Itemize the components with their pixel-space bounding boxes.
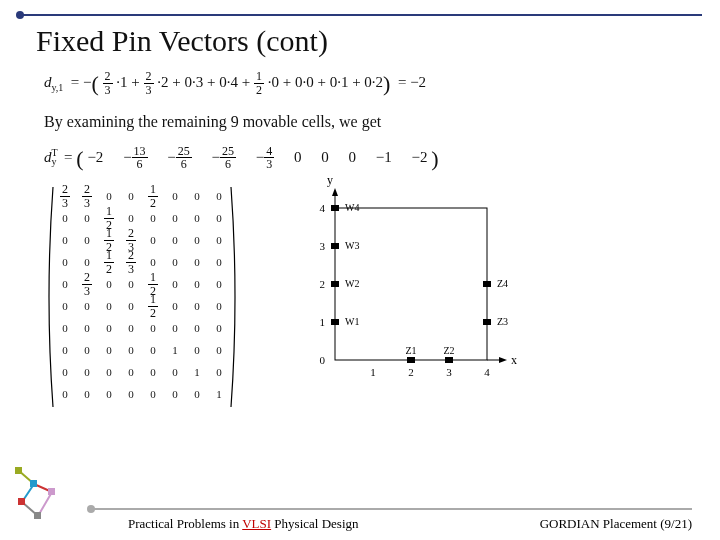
matrix-cell: 0 — [62, 322, 68, 334]
svg-rect-38 — [30, 480, 37, 487]
page-title: Fixed Pin Vectors (cont) — [36, 24, 328, 58]
svg-text:3: 3 — [320, 240, 326, 252]
svg-rect-18 — [331, 243, 339, 249]
svg-rect-28 — [483, 281, 491, 287]
svg-text:4: 4 — [320, 202, 326, 214]
matrix-cell: 0 — [106, 322, 112, 334]
svg-rect-30 — [483, 319, 491, 325]
matrix-cell: 0 — [128, 344, 134, 356]
svg-text:2: 2 — [408, 366, 414, 378]
matrix-cell: 0 — [172, 212, 178, 224]
matrix-cell: 0 — [106, 344, 112, 356]
matrix-cell: 0 — [62, 344, 68, 356]
footer-right: GORDIAN Placement (9/21) — [540, 516, 692, 532]
svg-text:y: y — [327, 173, 333, 187]
footer-rule — [90, 508, 692, 510]
matrix-cell: 0 — [106, 388, 112, 400]
slide-body: dy,1 = −( 23 ·1 + 23 ·2 + 0·3 + 0·4 + 12… — [44, 70, 688, 409]
matrix-cell: 0 — [128, 278, 134, 290]
matrix-cell: 0 — [62, 278, 68, 290]
matrix-cell: 0 — [194, 256, 200, 268]
matrix-cell: 0 — [172, 388, 178, 400]
matrix-cell: 0 — [84, 300, 90, 312]
matrix-cell: 0 — [194, 322, 200, 334]
matrix-cell: 1 — [194, 366, 200, 378]
matrix-cell: 0 — [106, 300, 112, 312]
svg-rect-24 — [407, 357, 415, 363]
header-rule — [18, 14, 702, 16]
svg-text:1: 1 — [320, 316, 326, 328]
matrix-cell: 0 — [106, 278, 112, 290]
matrix-cell: 23 — [60, 183, 70, 209]
matrix-cell: 0 — [216, 300, 222, 312]
svg-text:x: x — [511, 353, 517, 367]
matrix-cell: 1 — [216, 388, 222, 400]
matrix-cell: 0 — [194, 278, 200, 290]
svg-text:W4: W4 — [345, 202, 359, 213]
matrix-cell: 0 — [128, 190, 134, 202]
matrix-cell: 12 — [104, 249, 114, 275]
matrix-cell: 0 — [172, 322, 178, 334]
matrix-cell: 0 — [84, 344, 90, 356]
matrix-cell: 0 — [216, 322, 222, 334]
svg-text:Z1: Z1 — [405, 345, 416, 356]
header-dot — [16, 11, 24, 19]
svg-rect-26 — [445, 357, 453, 363]
coefficient-matrix: 2323001200000120000000122300000012230000… — [44, 185, 240, 409]
matrix-cell: 0 — [84, 234, 90, 246]
matrix-cell: 0 — [62, 234, 68, 246]
matrix-cell: 0 — [194, 190, 200, 202]
explain-text: By examining the remaining 9 movable cel… — [44, 113, 688, 131]
svg-text:W3: W3 — [345, 240, 359, 251]
matrix-cell: 0 — [150, 344, 156, 356]
svg-text:3: 3 — [446, 366, 452, 378]
matrix-cell: 0 — [62, 212, 68, 224]
matrix-cell: 12 — [148, 293, 158, 319]
matrix-cell: 0 — [62, 388, 68, 400]
matrix-cell: 23 — [82, 183, 92, 209]
svg-text:W1: W1 — [345, 316, 359, 327]
matrix-cell: 0 — [150, 366, 156, 378]
matrix-cell: 0 — [84, 322, 90, 334]
matrix-cell: 0 — [216, 234, 222, 246]
matrix-cell: 12 — [148, 183, 158, 209]
matrix-cell: 0 — [84, 366, 90, 378]
svg-text:Z3: Z3 — [497, 316, 508, 327]
matrix-cell: 0 — [128, 388, 134, 400]
svg-rect-41 — [34, 512, 41, 519]
svg-text:W2: W2 — [345, 278, 359, 289]
svg-text:2: 2 — [320, 278, 326, 290]
matrix-cell: 23 — [126, 249, 136, 275]
svg-text:4: 4 — [484, 366, 490, 378]
equation-dy1: dy,1 = −( 23 ·1 + 23 ·2 + 0·3 + 0·4 + 12… — [44, 70, 688, 97]
matrix-cell: 0 — [194, 388, 200, 400]
svg-rect-40 — [48, 488, 55, 495]
matrix-cell: 0 — [84, 388, 90, 400]
svg-marker-2 — [332, 188, 338, 196]
matrix-cell: 0 — [150, 322, 156, 334]
svg-text:Z2: Z2 — [443, 345, 454, 356]
equation-dyT: dTy = ( −2 −136 −256 −256 −43 0 0 0 −1 −… — [44, 145, 688, 172]
matrix-cell: 0 — [172, 300, 178, 312]
matrix-cell: 0 — [62, 256, 68, 268]
matrix-cell: 0 — [194, 344, 200, 356]
footer-left: Practical Problems in VLSI Physical Desi… — [128, 516, 359, 532]
matrix-cell: 0 — [194, 234, 200, 246]
matrix-cell: 0 — [216, 366, 222, 378]
matrix-cell: 0 — [172, 234, 178, 246]
matrix-cell: 0 — [172, 256, 178, 268]
svg-rect-37 — [15, 467, 22, 474]
matrix-cell: 0 — [172, 278, 178, 290]
matrix-cell: 0 — [62, 300, 68, 312]
matrix-cell: 0 — [150, 212, 156, 224]
matrix-cell: 0 — [128, 366, 134, 378]
svg-text:1: 1 — [370, 366, 376, 378]
matrix-cell: 0 — [216, 256, 222, 268]
matrix-cell: 23 — [82, 271, 92, 297]
matrix-cell: 0 — [106, 190, 112, 202]
pin-diagram: yx123401234W4W3W2W1Z1Z2Z4Z3 — [280, 185, 530, 399]
matrix-cell: 0 — [62, 366, 68, 378]
svg-rect-16 — [331, 205, 339, 211]
matrix-cell: 0 — [194, 300, 200, 312]
matrix-cell: 0 — [216, 278, 222, 290]
